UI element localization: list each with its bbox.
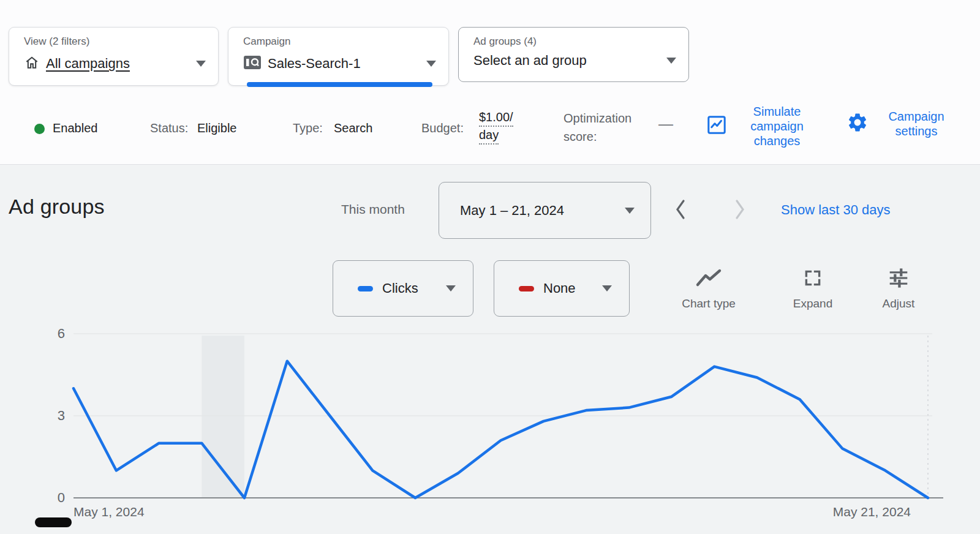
simulate-chart-icon (706, 114, 728, 138)
selected-campaign-indicator (247, 82, 432, 87)
simulate-link-text: Simulate campaign changes (735, 104, 819, 148)
campaign-settings-link[interactable]: Campaign settings (846, 109, 957, 138)
period-label: This month (341, 202, 405, 217)
chevron-down-icon (426, 61, 436, 67)
metric1-value: Clicks (382, 280, 418, 296)
view-filter-dropdown[interactable]: View (2 filters) All campaigns (9, 27, 219, 86)
ad-group-filter-dropdown[interactable]: Ad groups (4) Select an ad group (458, 27, 689, 82)
simulate-campaign-changes-link[interactable]: Simulate campaign changes (706, 104, 819, 148)
clicks-line-chart[interactable]: 036 May 1, 2024 May 21, 2024 (0, 306, 980, 534)
enabled-status-text[interactable]: Enabled (53, 121, 97, 135)
chevron-down-icon (625, 208, 635, 214)
gear-icon (846, 111, 869, 136)
status-label: Status: (150, 121, 188, 135)
budget-label: Budget: (421, 121, 464, 135)
campaign-status-bar: Enabled Status: Eligible Type: Search Bu… (0, 92, 980, 159)
metric2-value: None (543, 280, 576, 296)
view-filter-label: View (2 filters) (24, 36, 89, 48)
previous-period-button[interactable] (666, 194, 695, 225)
chevron-down-icon (196, 61, 206, 67)
y-axis-tick-labels: 036 (58, 326, 65, 505)
optimization-score-value: — (658, 115, 673, 132)
status-value: Eligible (197, 121, 236, 135)
chevron-down-icon (446, 285, 456, 291)
view-filter-value: All campaigns (46, 56, 130, 72)
budget-value[interactable]: $1.00/ day (479, 109, 513, 145)
adjust-sliders-icon (887, 280, 910, 290)
campaign-filter-label: Campaign (243, 36, 291, 48)
type-label: Type: (293, 121, 323, 135)
campaign-filter-value: Sales-Search-1 (268, 56, 361, 72)
next-period-button[interactable] (726, 194, 754, 225)
chart-type-button[interactable]: Chart type (672, 268, 745, 310)
svg-text:0: 0 (58, 490, 65, 505)
svg-text:6: 6 (58, 326, 65, 341)
expand-button[interactable]: Expand (776, 268, 850, 310)
date-range-value: May 1 – 21, 2024 (460, 203, 564, 219)
x-axis-start-label: May 1, 2024 (74, 505, 145, 519)
scrubber-handle[interactable] (35, 517, 72, 527)
svg-text:3: 3 (58, 408, 65, 423)
show-last-30-days-link[interactable]: Show last 30 days (781, 202, 891, 218)
date-range-dropdown[interactable]: May 1 – 21, 2024 (439, 182, 651, 239)
enabled-status-dot (34, 124, 45, 134)
x-axis-end-label: May 21, 2024 (833, 505, 911, 519)
weekend-highlight-band (202, 336, 244, 498)
adjust-button[interactable]: Adjust (862, 268, 935, 310)
metric1-color-swatch (358, 286, 373, 291)
page-title: Ad groups (9, 195, 105, 219)
chevron-down-icon (602, 285, 612, 291)
type-value: Search (334, 121, 372, 135)
budget-period: day (479, 127, 499, 145)
campaign-filter-dropdown[interactable]: Campaign Sales-Search-1 (228, 27, 449, 86)
campaign-icon (243, 55, 262, 73)
home-icon (24, 55, 40, 73)
expand-icon (802, 280, 824, 290)
ad-groups-filter-value: Select an ad group (473, 53, 587, 69)
metric2-color-swatch (519, 286, 534, 291)
settings-link-text: Campaign settings (876, 109, 957, 138)
chart-type-icon (694, 280, 723, 290)
ad-groups-filter-label: Ad groups (4) (473, 36, 537, 48)
chevron-down-icon (666, 58, 676, 64)
optimization-score-label: Optimizationscore: (564, 109, 631, 146)
budget-amount: $1.00/ (479, 109, 513, 127)
